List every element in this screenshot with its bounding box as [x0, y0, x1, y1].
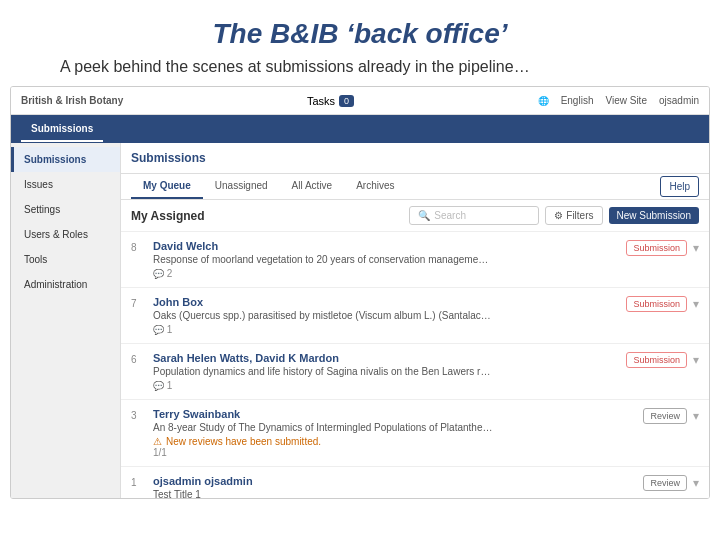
toolbar-right: 🔍 Search ⚙ Filters New Submission [409, 206, 699, 225]
status-badge: Submission [626, 352, 687, 368]
sidebar-item-settings[interactable]: Settings [11, 197, 120, 222]
content-header: Submissions [121, 143, 709, 174]
status-badge: Submission [626, 240, 687, 256]
tab-unassigned[interactable]: Unassigned [203, 174, 280, 199]
row-actions: Submission▾ [626, 296, 699, 312]
row-author: ojsadmin ojsadmin [153, 475, 643, 487]
content-title: Submissions [131, 147, 699, 169]
sidebar-item-users-roles[interactable]: Users & Roles [11, 222, 120, 247]
tasks-count: 0 [339, 95, 354, 107]
nav-tab-submissions[interactable]: Submissions [21, 117, 103, 142]
table-row[interactable]: 3Terry SwainbankAn 8-year Study of The D… [121, 400, 709, 467]
status-badge: Review [643, 408, 687, 424]
row-title: Population dynamics and life history of … [153, 366, 493, 377]
row-title: An 8-year Study of The Dynamics of Inter… [153, 422, 493, 433]
slide-title: The B&IB ‘back office’ [40, 18, 680, 50]
row-actions: Submission▾ [626, 240, 699, 256]
chevron-down-icon[interactable]: ▾ [693, 353, 699, 367]
row-author: Terry Swainbank [153, 408, 643, 420]
page-nav: Submissions [11, 115, 709, 143]
sidebar-item-tools[interactable]: Tools [11, 247, 120, 272]
top-nav-right: English View Site ojsadmin [538, 95, 699, 106]
new-submission-button[interactable]: New Submission [609, 207, 699, 224]
content-area: Submissions My Queue Unassigned All Acti… [121, 143, 709, 498]
app-window: British & Irish Botany Tasks 0 English V… [10, 86, 710, 499]
sub-tabs-left: My Queue Unassigned All Active Archives [131, 174, 407, 199]
row-meta: 1 [153, 380, 626, 391]
row-number: 1 [131, 477, 147, 488]
comment-count: 1 [153, 380, 172, 391]
progress-text: 1/1 [153, 447, 643, 458]
search-icon: 🔍 [418, 210, 430, 221]
site-name: British & Irish Botany [21, 95, 123, 106]
row-actions: Submission▾ [626, 352, 699, 368]
row-author: David Welch [153, 240, 626, 252]
user-label[interactable]: ojsadmin [659, 95, 699, 106]
main-layout: Submissions Issues Settings Users & Role… [11, 143, 709, 498]
help-button[interactable]: Help [660, 176, 699, 197]
row-actions: Review▾ [643, 408, 699, 424]
chevron-down-icon[interactable]: ▾ [693, 241, 699, 255]
search-placeholder: Search [434, 210, 466, 221]
toolbar: My Assigned 🔍 Search ⚙ Filters New Submi… [121, 200, 709, 232]
sidebar-item-administration[interactable]: Administration [11, 272, 120, 297]
filter-label: Filters [566, 210, 593, 221]
row-content: John BoxOaks (Quercus spp.) parasitised … [147, 296, 626, 335]
row-author: John Box [153, 296, 626, 308]
row-title: Test Title 1 [153, 489, 493, 498]
row-content: David WelchResponse of moorland vegetati… [147, 240, 626, 279]
status-badge: Submission [626, 296, 687, 312]
globe-icon [538, 95, 549, 106]
slide-header: The B&IB ‘back office’ A peek behind the… [0, 0, 720, 86]
warning-row: New reviews have been submitted. [153, 436, 643, 447]
view-site-link[interactable]: View Site [605, 95, 647, 106]
sub-tabs: My Queue Unassigned All Active Archives … [121, 174, 709, 200]
submission-list: 8David WelchResponse of moorland vegetat… [121, 232, 709, 498]
tasks-label: Tasks [307, 95, 335, 107]
warning-text: New reviews have been submitted. [166, 436, 321, 447]
section-title: My Assigned [131, 209, 205, 223]
table-row[interactable]: 1ojsadmin ojsadminTest Title 1Review▾ [121, 467, 709, 498]
row-number: 3 [131, 410, 147, 421]
row-number: 6 [131, 354, 147, 365]
status-badge: Review [643, 475, 687, 491]
sidebar-item-issues[interactable]: Issues [11, 172, 120, 197]
row-title: Response of moorland vegetation to 20 ye… [153, 254, 493, 265]
sidebar: Submissions Issues Settings Users & Role… [11, 143, 121, 498]
sidebar-item-submissions[interactable]: Submissions [11, 147, 120, 172]
lang-label[interactable]: English [561, 95, 594, 106]
comment-count: 2 [153, 268, 172, 279]
warning-icon [153, 436, 162, 447]
chevron-down-icon[interactable]: ▾ [693, 409, 699, 423]
row-meta: 1 [153, 324, 626, 335]
row-content: ojsadmin ojsadminTest Title 1 [147, 475, 643, 498]
row-actions: Review▾ [643, 475, 699, 491]
row-author: Sarah Helen Watts, David K Mardon [153, 352, 626, 364]
comment-icon [153, 268, 164, 279]
row-meta: 2 [153, 268, 626, 279]
tasks-area[interactable]: Tasks 0 [307, 95, 354, 107]
filter-icon: ⚙ [554, 210, 563, 221]
chevron-down-icon[interactable]: ▾ [693, 297, 699, 311]
top-nav: British & Irish Botany Tasks 0 English V… [11, 87, 709, 115]
table-row[interactable]: 6Sarah Helen Watts, David K MardonPopula… [121, 344, 709, 400]
table-row[interactable]: 8David WelchResponse of moorland vegetat… [121, 232, 709, 288]
search-box[interactable]: 🔍 Search [409, 206, 539, 225]
slide-subtitle: A peek behind the scenes at submissions … [40, 58, 680, 76]
chevron-down-icon[interactable]: ▾ [693, 476, 699, 490]
comment-icon [153, 324, 164, 335]
comment-icon [153, 380, 164, 391]
filter-button[interactable]: ⚙ Filters [545, 206, 602, 225]
row-content: Terry SwainbankAn 8-year Study of The Dy… [147, 408, 643, 458]
comment-count: 1 [153, 324, 172, 335]
row-number: 8 [131, 242, 147, 253]
table-row[interactable]: 7John BoxOaks (Quercus spp.) parasitised… [121, 288, 709, 344]
tab-archives[interactable]: Archives [344, 174, 406, 199]
row-content: Sarah Helen Watts, David K MardonPopulat… [147, 352, 626, 391]
row-title: Oaks (Quercus spp.) parasitised by mistl… [153, 310, 493, 321]
tab-my-queue[interactable]: My Queue [131, 174, 203, 199]
tab-all-active[interactable]: All Active [280, 174, 345, 199]
row-number: 7 [131, 298, 147, 309]
